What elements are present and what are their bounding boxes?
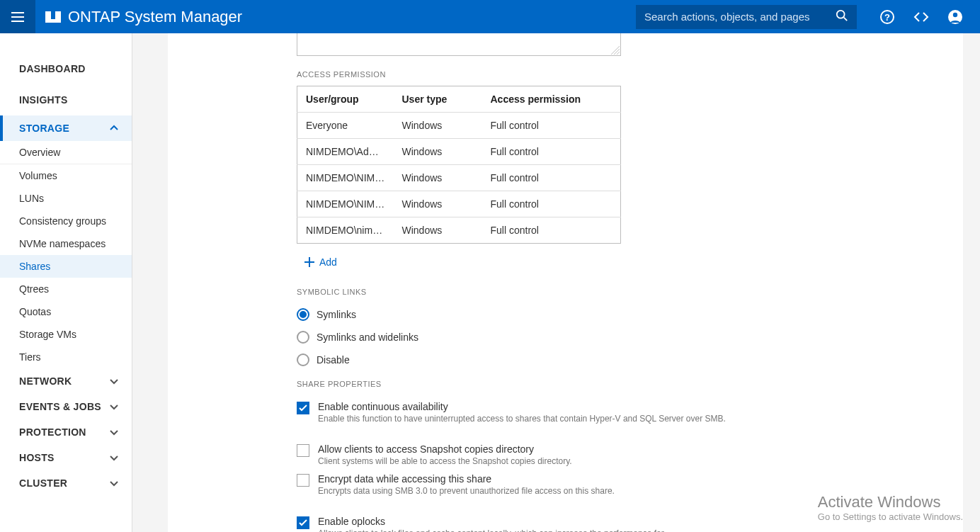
nav-protection-label: PROTECTION — [19, 426, 86, 438]
cell-ut: Windows — [394, 139, 482, 165]
chk-enc-hint: Encrypts data using SMB 3.0 to prevent u… — [318, 485, 615, 496]
nav-storage-tiers[interactable]: Tiers — [0, 346, 132, 368]
radio-disable[interactable]: Disable — [297, 349, 963, 371]
chevron-up-icon — [109, 123, 119, 133]
nav-storage-svms[interactable]: Storage VMs — [0, 323, 132, 346]
checkbox-icon — [297, 444, 309, 457]
menu-toggle-button[interactable] — [0, 0, 35, 33]
chevron-down-icon — [109, 453, 119, 463]
table-row[interactable]: NIMDEMO\NIMH...WindowsFull control — [297, 165, 621, 191]
radio-icon — [297, 353, 309, 366]
table-row[interactable]: NIMDEMO\Admin...WindowsFull control — [297, 139, 621, 165]
nav-storage-quotas[interactable]: Quotas — [0, 300, 132, 323]
table-row[interactable]: EveryoneWindowsFull control — [297, 113, 621, 139]
chevron-down-icon — [109, 478, 119, 488]
cell-ut: Windows — [394, 217, 482, 244]
nav-storage-label: STORAGE — [19, 123, 69, 134]
cell-actions — [589, 113, 620, 139]
top-bar: ONTAP System Manager ? — [0, 0, 980, 33]
api-icon[interactable] — [913, 9, 929, 25]
user-avatar-icon[interactable] — [947, 9, 963, 25]
chk-enc-label: Encrypt data while accessing this share — [318, 473, 615, 485]
nav-storage-cg[interactable]: Consistency groups — [0, 210, 132, 232]
col-user-group: User/group — [297, 86, 394, 113]
nav-hosts-label: HOSTS — [19, 452, 55, 463]
cell-actions — [589, 217, 620, 244]
symbolic-links-label: SYMBOLIC LINKS — [297, 288, 963, 296]
nav-events[interactable]: EVENTS & JOBS — [0, 394, 132, 419]
nav-storage-shares[interactable]: Shares — [0, 255, 132, 278]
main-area: ACCESS PERMISSION User/group User type A… — [132, 33, 980, 532]
chevron-down-icon — [109, 376, 119, 386]
cell-ut: Windows — [394, 113, 482, 139]
access-permission-label: ACCESS PERMISSION — [297, 70, 963, 79]
radio-symlinks[interactable]: Symlinks — [297, 303, 963, 326]
cell-ap: Full control — [482, 217, 589, 244]
search-icon[interactable] — [836, 9, 848, 25]
cell-ug: Everyone — [297, 113, 394, 139]
col-access-permission: Access permission — [482, 86, 589, 113]
radio-symlinks-label: Symlinks — [317, 309, 356, 320]
nav-storage-sub: Overview Volumes LUNs Consistency groups… — [0, 141, 132, 368]
nav-storage-overview[interactable]: Overview — [0, 141, 132, 164]
plus-icon — [304, 256, 315, 268]
cell-ap: Full control — [482, 113, 589, 139]
nav-cluster[interactable]: CLUSTER — [0, 470, 132, 496]
cell-ap: Full control — [482, 191, 589, 217]
cell-ut: Windows — [394, 165, 482, 191]
chk-ca-hint: Enable this function to have uninterrupt… — [318, 412, 726, 424]
cell-ug: NIMDEMO\NIMH... — [297, 191, 394, 217]
watermark-title: Activate Windows — [818, 493, 963, 511]
radio-disable-label: Disable — [317, 354, 350, 366]
nav-storage[interactable]: STORAGE — [0, 115, 132, 141]
cell-actions — [589, 191, 620, 217]
radio-icon — [297, 331, 309, 344]
description-textarea[interactable] — [297, 33, 621, 56]
watermark-sub: Go to Settings to activate Windows. — [818, 511, 963, 522]
nav-insights[interactable]: INSIGHTS — [19, 84, 132, 115]
resize-handle-icon[interactable] — [611, 46, 620, 55]
cell-ug: NIMDEMO\NIMH... — [297, 165, 394, 191]
radio-symlinks-widelinks[interactable]: Symlinks and widelinks — [297, 326, 963, 349]
nav-dashboard[interactable]: DASHBOARD — [19, 53, 132, 84]
add-label: Add — [319, 256, 337, 268]
search-input[interactable] — [644, 11, 836, 23]
chevron-down-icon — [109, 427, 119, 437]
sidebar: DASHBOARD INSIGHTS STORAGE Overview Volu… — [0, 33, 132, 532]
add-permission-button[interactable]: Add — [297, 252, 344, 272]
cell-actions — [589, 139, 620, 165]
nav-storage-luns[interactable]: LUNs — [0, 187, 132, 210]
chk-snapshot-access[interactable]: Allow clients to access Snapshot copies … — [297, 438, 963, 468]
nav-storage-nvme[interactable]: NVMe namespaces — [0, 232, 132, 255]
nav-storage-qtrees[interactable]: Qtrees — [0, 278, 132, 300]
col-user-type: User type — [394, 86, 482, 113]
app-title: ONTAP System Manager — [68, 8, 242, 26]
table-row[interactable]: NIMDEMO\NIMH...WindowsFull control — [297, 191, 621, 217]
table-row[interactable]: NIMDEMO\nimhv...WindowsFull control — [297, 217, 621, 244]
nav-network[interactable]: NETWORK — [0, 368, 132, 394]
nav-hosts[interactable]: HOSTS — [0, 445, 132, 470]
top-actions: ? — [857, 9, 980, 25]
cell-actions — [589, 165, 620, 191]
svg-point-6 — [953, 12, 957, 16]
cell-ap: Full control — [482, 165, 589, 191]
cell-ug: NIMDEMO\nimhv... — [297, 217, 394, 244]
cell-ap: Full control — [482, 139, 589, 165]
chk-snap-hint: Client systems will be able to access th… — [318, 455, 572, 466]
chk-snap-label: Allow clients to access Snapshot copies … — [318, 443, 572, 455]
global-search[interactable] — [636, 5, 857, 29]
cell-ut: Windows — [394, 191, 482, 217]
nav-events-label: EVENTS & JOBS — [19, 401, 101, 412]
svg-point-2 — [837, 10, 845, 18]
nav-protection[interactable]: PROTECTION — [0, 419, 132, 445]
cell-ug: NIMDEMO\Admin... — [297, 139, 394, 165]
checkbox-icon — [297, 516, 309, 529]
chk-continuous-availability[interactable]: Enable continuous availabilityEnable thi… — [297, 395, 963, 425]
hamburger-icon — [11, 12, 24, 22]
nav-network-label: NETWORK — [19, 375, 72, 387]
chevron-down-icon — [109, 402, 119, 412]
help-icon[interactable]: ? — [879, 9, 895, 25]
checkbox-icon — [297, 402, 309, 414]
nav-storage-volumes[interactable]: Volumes — [0, 164, 132, 187]
windows-activation-watermark: Activate Windows Go to Settings to activ… — [818, 493, 963, 522]
